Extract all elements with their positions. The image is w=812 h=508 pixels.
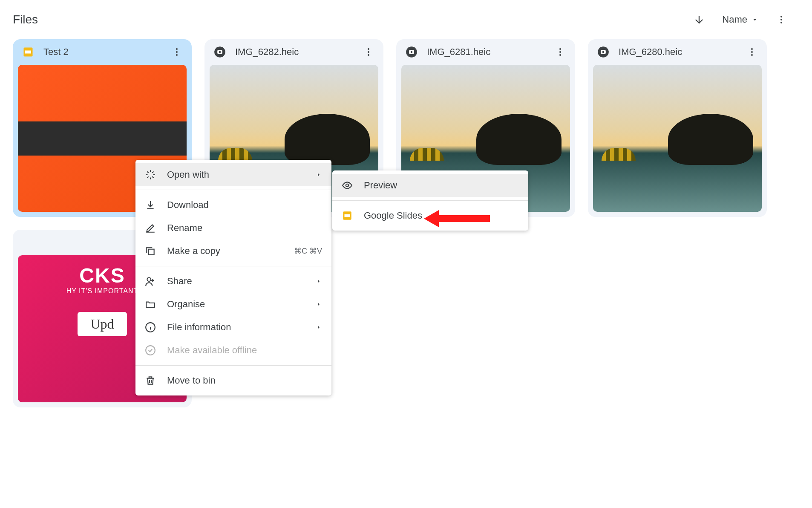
image-icon	[405, 45, 418, 59]
svg-point-5	[176, 48, 178, 50]
svg-point-17	[559, 48, 561, 50]
file-name: IMG_6280.heic	[619, 46, 737, 58]
context-menu: Open with Download Rename Make a copy ⌘C…	[135, 160, 331, 395]
view-options-button[interactable]	[776, 14, 786, 25]
open-with-submenu: Preview Google Slides	[332, 170, 528, 231]
svg-point-10	[219, 51, 221, 53]
svg-point-6	[176, 51, 178, 53]
image-icon	[596, 45, 610, 59]
menu-open-with[interactable]: Open with	[135, 163, 331, 186]
slides-icon	[21, 45, 35, 59]
svg-point-18	[559, 51, 561, 53]
menu-share[interactable]: Share	[135, 270, 331, 293]
file-menu-button[interactable]	[554, 47, 567, 57]
svg-point-32	[146, 346, 155, 355]
file-card[interactable]: IMG_6280.heic	[588, 39, 767, 217]
file-name: Test 2	[43, 46, 162, 58]
menu-move-to-bin[interactable]: Move to bin	[135, 369, 331, 392]
shortcut-text: ⌘C ⌘V	[294, 246, 322, 256]
file-name: IMG_6282.heic	[235, 46, 354, 58]
svg-point-22	[602, 51, 605, 53]
svg-point-7	[176, 54, 178, 56]
sort-direction-button[interactable]	[693, 14, 705, 26]
svg-point-24	[751, 51, 753, 53]
menu-rename[interactable]: Rename	[135, 216, 331, 240]
sort-by-button[interactable]: Name	[722, 14, 759, 25]
svg-point-33	[346, 184, 349, 187]
file-menu-button[interactable]	[746, 47, 758, 57]
svg-point-11	[368, 48, 369, 50]
svg-point-2	[780, 22, 782, 23]
svg-point-19	[559, 54, 561, 56]
menu-offline: Make available offline	[135, 339, 331, 362]
svg-rect-29	[149, 249, 154, 255]
file-thumbnail	[593, 65, 762, 212]
menu-organise[interactable]: Organise	[135, 293, 331, 316]
svg-point-0	[780, 16, 782, 17]
submenu-preview[interactable]: Preview	[332, 174, 528, 197]
svg-point-30	[147, 277, 151, 281]
svg-rect-35	[345, 214, 350, 217]
svg-point-16	[411, 51, 413, 53]
svg-point-25	[751, 54, 753, 56]
submenu-google-slides[interactable]: Google Slides	[332, 204, 528, 227]
sort-label: Name	[722, 14, 747, 25]
files-header: Files Name	[13, 9, 799, 39]
image-icon	[21, 236, 35, 249]
page-title: Files	[13, 13, 38, 26]
svg-point-1	[780, 19, 782, 20]
menu-download[interactable]: Download	[135, 193, 331, 216]
file-name: IMG_6281.heic	[427, 46, 545, 58]
file-menu-button[interactable]	[170, 47, 183, 57]
file-menu-button[interactable]	[362, 47, 375, 57]
svg-rect-4	[25, 51, 31, 54]
menu-file-info[interactable]: File information	[135, 316, 331, 339]
image-icon	[213, 45, 227, 59]
svg-point-13	[368, 54, 369, 56]
menu-make-copy[interactable]: Make a copy ⌘C ⌘V	[135, 240, 331, 263]
svg-point-12	[368, 51, 369, 53]
svg-point-23	[751, 48, 753, 50]
